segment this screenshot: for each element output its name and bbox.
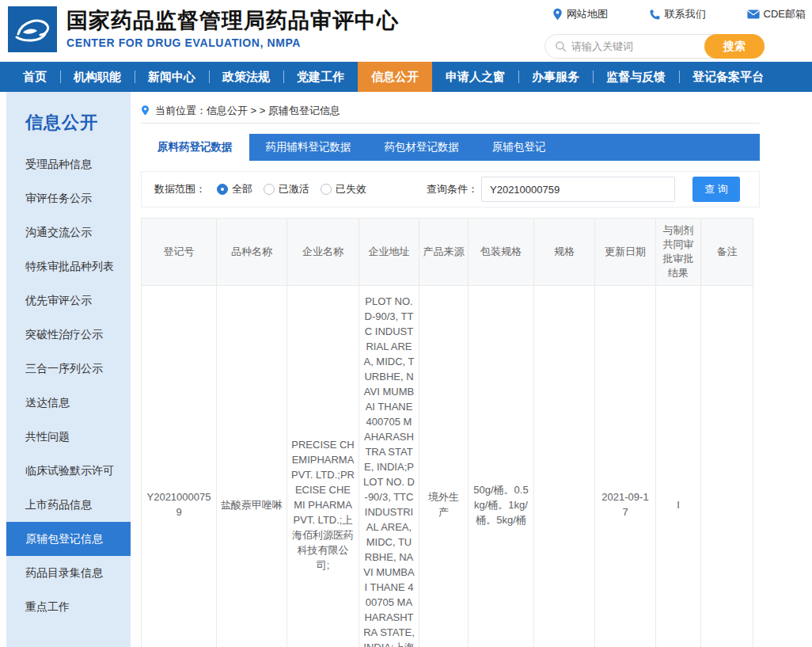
tab-api-registration[interactable]: 原料药登记数据 [141,134,249,161]
radio-expired-dot [321,184,332,195]
cell-company-address: PLOT NO. D-90/3, TTC INDUSTRIAL AREA, MI… [359,286,419,647]
query-input[interactable] [481,177,675,202]
breadcrumb-pin-icon [141,105,150,116]
radio-activated-label: 已激活 [279,182,309,196]
link-sitemap-label: 网站地图 [567,7,608,21]
search-icon [555,40,567,52]
tab-excipient-registration[interactable]: 药用辅料登记数据 [249,134,368,161]
link-sitemap[interactable]: 网站地图 [552,7,608,21]
sidebar-item-key-work[interactable]: 重点工作 [6,590,131,624]
radio-activated[interactable]: 已激活 [264,182,309,196]
cell-registration-no: Y20210000759 [142,286,217,647]
link-contact[interactable]: 联系我们 [649,7,706,21]
radio-activated-dot [264,184,275,195]
filter-bar: 数据范围： 全部 已激活 已失效 查询条件： 查 询 [141,171,760,207]
data-tabs: 原料药登记数据 药用辅料登记数据 药包材登记数据 原辅包登记 [141,134,760,161]
sidebar-item-common-issues[interactable]: 共性问题 [6,420,131,454]
cde-website-page: 国家药品监督管理局药品审评中心 CENTER FOR DRUG EVALUATI… [0,0,812,647]
link-cde-mail-label: CDE邮箱 [764,7,806,21]
sidebar-item-review-tasks[interactable]: 审评任务公示 [6,181,131,215]
cell-joint-approval-result: I [656,286,701,647]
page-body: 信息公开 受理品种信息 审评任务公示 沟通交流公示 特殊审批品种列表 优先审评公… [0,92,812,647]
cell-spec [534,286,595,647]
cde-logo[interactable] [8,6,57,52]
nav-item-functions[interactable]: 机构职能 [60,62,135,92]
nav-item-news[interactable]: 新闻中心 [135,62,209,92]
col-registration-no: 登记号 [142,219,217,286]
site-search-button[interactable]: 搜索 [704,34,765,59]
sidebar-item-delivery-info[interactable]: 送达信息 [6,386,131,420]
scope-label: 数据范围： [154,182,206,196]
nav-item-home[interactable]: 首页 [9,62,60,92]
site-search-input[interactable] [571,40,690,52]
site-search: 搜索 [544,34,765,59]
cell-packaging-spec: 50g/桶。0.5kg/桶。1kg/桶。5kg/桶 [469,286,534,647]
radio-expired[interactable]: 已失效 [321,182,366,196]
site-title-en: CENTER FOR DRUG EVALUATION, NMPA [66,36,399,49]
sidebar-item-marketed-drugs[interactable]: 上市药品信息 [6,488,131,522]
link-contact-label: 联系我们 [665,7,706,21]
cell-company-name: PRECISE CHEMIPHARMA PVT. LTD.;PRECISE CH… [287,286,359,647]
cell-remarks [701,286,753,647]
breadcrumb-text: 当前位置：信息公开 > > 原辅包登记信息 [155,104,340,118]
registration-table: 登记号 品种名称 企业名称 企业地址 产品来源 包装规格 规格 更新日期 与制剂… [141,218,753,647]
sidebar-item-accepted-varieties[interactable]: 受理品种信息 [6,147,131,181]
mail-icon [747,10,760,19]
sidebar-item-api-excipient-registration[interactable]: 原辅包登记信息 [6,522,131,556]
col-variety-name: 品种名称 [217,219,287,286]
cde-logo-swan-icon [13,13,51,45]
sidebar-item-clinical-trial-license[interactable]: 临床试验默示许可 [6,454,131,488]
sidebar: 信息公开 受理品种信息 审评任务公示 沟通交流公示 特殊审批品种列表 优先审评公… [6,92,131,647]
sidebar-item-special-approval[interactable]: 特殊审批品种列表 [6,249,131,284]
site-header: 国家药品监督管理局药品审评中心 CENTER FOR DRUG EVALUATI… [0,0,812,62]
tab-packaging-registration[interactable]: 药包材登记数据 [368,134,476,161]
site-title-cn: 国家药品监督管理局药品审评中心 [66,7,399,34]
radio-all[interactable]: 全部 [217,182,252,196]
query-label: 查询条件： [427,182,478,196]
nav-item-registration-platform[interactable]: 登记备案平台 [679,62,777,92]
sidebar-item-drug-catalog[interactable]: 药品目录集信息 [6,556,131,590]
col-update-date: 更新日期 [595,219,656,286]
sidebar-title: 信息公开 [6,105,131,147]
link-cde-mail[interactable]: CDE邮箱 [747,7,806,21]
nav-item-policy[interactable]: 政策法规 [209,62,283,92]
sidebar-item-three-in-one[interactable]: 三合一序列公示 [6,352,131,386]
sidebar-item-communication[interactable]: 沟通交流公示 [6,215,131,249]
site-titles: 国家药品监督管理局药品审评中心 CENTER FOR DRUG EVALUATI… [66,7,399,49]
main-content: 当前位置：信息公开 > > 原辅包登记信息 原料药登记数据 药用辅料登记数据 药… [141,92,760,647]
main-nav: 首页 机构职能 新闻中心 政策法规 党建工作 信息公开 申请人之窗 办事服务 监… [0,62,812,92]
col-remarks: 备注 [701,219,753,286]
cell-product-source: 境外生产 [419,286,469,647]
cell-update-date: 2021-09-17 [595,286,656,647]
query-button[interactable]: 查 询 [692,177,740,202]
nav-item-supervision[interactable]: 监督与反馈 [593,62,679,92]
quick-links: 网站地图 联系我们 CDE邮箱 [552,7,806,21]
sidebar-item-breakthrough-therapy[interactable]: 突破性治疗公示 [6,318,131,352]
sidebar-item-priority-review[interactable]: 优先审评公示 [6,284,131,318]
radio-all-dot [217,184,228,195]
nav-item-services[interactable]: 办事服务 [518,62,593,92]
radio-all-label: 全部 [232,182,252,196]
col-company-address: 企业地址 [359,219,419,286]
col-joint-approval-result: 与制剂共同审批审批结果 [656,219,701,286]
col-product-source: 产品来源 [419,219,469,286]
nav-item-party[interactable]: 党建工作 [283,62,358,92]
cell-variety-name: 盐酸萘甲唑啉 [217,286,287,647]
col-company-name: 企业名称 [287,219,359,286]
radio-expired-label: 已失效 [336,182,366,196]
tab-api-excipient-pack[interactable]: 原辅包登记 [476,134,563,161]
col-packaging-spec: 包装规格 [469,219,534,286]
table-row[interactable]: Y20210000759 盐酸萘甲唑啉 PRECISE CHEMIPHARMA … [142,286,753,647]
table-header-row: 登记号 品种名称 企业名称 企业地址 产品来源 包装规格 规格 更新日期 与制剂… [142,219,753,286]
nav-item-applicant[interactable]: 申请人之窗 [432,62,518,92]
col-spec: 规格 [534,219,595,286]
phone-icon [649,9,661,21]
location-pin-icon [552,8,563,21]
breadcrumb: 当前位置：信息公开 > > 原辅包登记信息 [141,98,760,124]
nav-item-info-disclosure[interactable]: 信息公开 [358,62,432,92]
